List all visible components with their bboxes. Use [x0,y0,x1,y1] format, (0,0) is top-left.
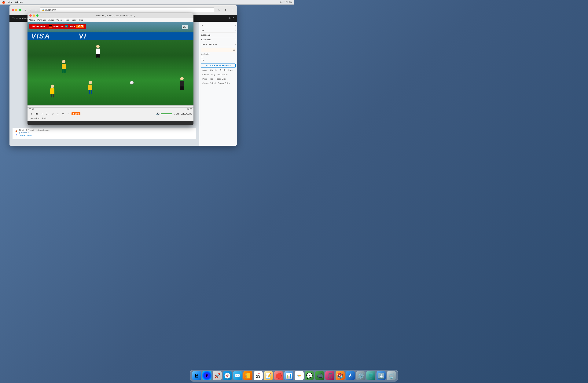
vlc-menu-view[interactable]: View [72,19,76,21]
vlc-settings-button[interactable]: ⚙ [50,111,55,116]
vlc-buttons-row: ⏸ ⏮ ⏭ ⛶ ⚙ ≡ ↺ ⇌ Live 🔊 1.00x 00:00/00:00 [27,111,193,117]
sidebar-section-ns: ns › [201,23,236,28]
forward-button[interactable]: › [28,8,33,12]
comment-content: [deleted] 1 point · 43 minutes ago [remo… [19,129,49,137]
vlc-play-button[interactable]: ⏸ [29,111,34,116]
vlc-minimize-button[interactable] [33,14,35,17]
germany-flag [49,25,52,27]
url-text: reddit.com [45,9,56,11]
player-germany-1 [96,45,100,58]
visa-banner: VISA VI [27,32,193,40]
vlc-time-right: 00:00 [187,108,192,110]
traffic-lights [12,9,21,11]
footer-reddit-gifts[interactable]: Reddit Gifts [216,78,226,80]
comment-user: [deleted] [19,129,26,131]
view-all-moderators-button[interactable]: VIEW ALL MODERATORS [201,63,236,68]
sidebar-section-ms: ms › [201,28,236,33]
lock-icon: 🔒 [42,9,44,11]
vlc-window: Upvote if you like it - Ace Player HD (V… [27,13,193,125]
footer-press[interactable]: Press [202,78,207,80]
vlc-repeat-button[interactable]: ↺ [61,111,65,116]
vlc-progress-bar[interactable] [27,107,193,108]
live-dot [73,113,74,115]
vlc-menu-video[interactable]: Video [57,19,62,21]
save-action[interactable]: Save [27,134,31,137]
team1-label: GER [54,25,59,28]
share-action[interactable]: Share [19,134,25,137]
url-bar[interactable]: 🔒 reddit.com [40,7,214,13]
sidebar-toggle-button[interactable]: ▭ [34,8,38,12]
vlc-fullscreen-button[interactable]: ⛶ [45,111,49,116]
vlc-menu-help[interactable]: Help [79,19,84,21]
live-label: Live [75,113,79,115]
sidebar-section-correctly: ls correctly › [201,37,236,42]
footer-reddit-app[interactable]: The Reddit App [220,69,233,71]
sidebar-ms-chevron[interactable]: › [235,29,236,31]
sidebar-ns-chevron[interactable]: › [235,24,236,26]
channel-label: ITV ITV SPORT [31,25,47,28]
football-ball [130,81,134,84]
vlc-maximize-button[interactable] [36,14,39,17]
visa-text: VISA [31,32,50,40]
player-sweden-2 [88,81,92,94]
browser-nav: ‹ › ▭ [23,8,38,12]
moderator-item-1[interactable]: or [201,56,236,59]
footer-blog[interactable]: Blog [211,74,215,76]
footer-reddit-gold[interactable]: Reddit Gold [218,74,228,76]
footer-help[interactable]: Help [210,78,213,80]
sidebar-threads-chevron[interactable]: › [235,43,236,45]
sidebar-correctly-label: ls correctly [201,39,211,41]
stream-hd-label: sh HD [228,17,234,19]
apple-icon[interactable]: 🍎 [2,1,5,4]
vlc-controls: 00:00 00:00 ⏸ ⏮ ⏭ ⛶ ⚙ ≡ ↺ ⇌ Live 🔊 1.00x [27,105,193,121]
vlc-time-left: 00:00 [29,108,34,110]
vlc-live-button[interactable]: Live [71,112,81,115]
vlc-video-area[interactable]: VISA VI ITV ITV SPORT GER 0-0 SWE 00:52 [27,22,193,105]
sidebar-livestream-label: livestream [201,34,210,36]
footer-advertise[interactable]: Advertise [210,69,218,71]
vlc-playlist-button[interactable]: ≡ [56,111,60,116]
maximize-button[interactable] [19,9,21,11]
vlc-menubar: Media Playback Audio Video Tools View He… [27,18,193,22]
vlc-close-button[interactable] [29,14,32,17]
vlc-menu-tools[interactable]: Tools [64,19,69,21]
downvote-button[interactable]: ▼ [15,133,18,136]
match-time: 00:52 [76,25,84,28]
vlc-menu-media[interactable]: Media [29,19,35,21]
share-button[interactable]: ⬆ [223,7,228,13]
itv-watermark: itv [182,25,188,29]
add-tab-button[interactable]: + [230,7,235,13]
player-germany-2 [180,77,184,90]
sidebar-livestream-chevron[interactable]: › [235,34,236,36]
field-line-horizontal [27,68,193,68]
notification-text: You're viewing r/ [13,17,28,19]
sidebar-ns-label: ns [201,24,203,26]
vlc-volume-control: 🔊 [156,112,172,116]
vlc-menu-playback[interactable]: Playback [37,19,46,21]
wine-menu[interactable]: wine [8,1,13,4]
footer-careers[interactable]: Careers [202,74,209,76]
vlc-menu-audio[interactable]: Audio [49,19,54,21]
back-button[interactable]: ‹ [23,8,28,12]
moderator-section: Moderator or ator [201,52,236,62]
minimize-button[interactable] [15,9,18,11]
vlc-volume-bar[interactable] [161,113,172,114]
vlc-next-button[interactable]: ⏭ [40,111,44,116]
footer-about[interactable]: About [202,69,207,71]
player-referee [50,84,54,98]
footer-links: About Advertise The Reddit App Careers B… [201,68,236,86]
vote-buttons: ▲ ▼ [15,129,18,136]
window-menu[interactable]: Window [15,1,23,4]
moderator-item-2[interactable]: ator [201,59,236,62]
vlc-shuffle-button[interactable]: ⇌ [66,111,71,116]
upvote-button[interactable]: ▲ [15,129,18,133]
close-button[interactable] [12,9,14,11]
vlc-prev-button[interactable]: ⏮ [34,111,39,116]
comment-score: 1 point [28,129,34,131]
moderator-label: Moderator [201,53,236,55]
sidebar-correctly-chevron[interactable]: › [235,39,236,41]
reddit-sidebar: ns › ms › livestream › ls correctly › hr… [199,22,237,146]
footer-content-policy[interactable]: Content Policy | [202,82,216,84]
footer-privacy-policy[interactable]: Privacy Policy [218,82,230,84]
refresh-button[interactable]: ↻ [217,7,222,13]
